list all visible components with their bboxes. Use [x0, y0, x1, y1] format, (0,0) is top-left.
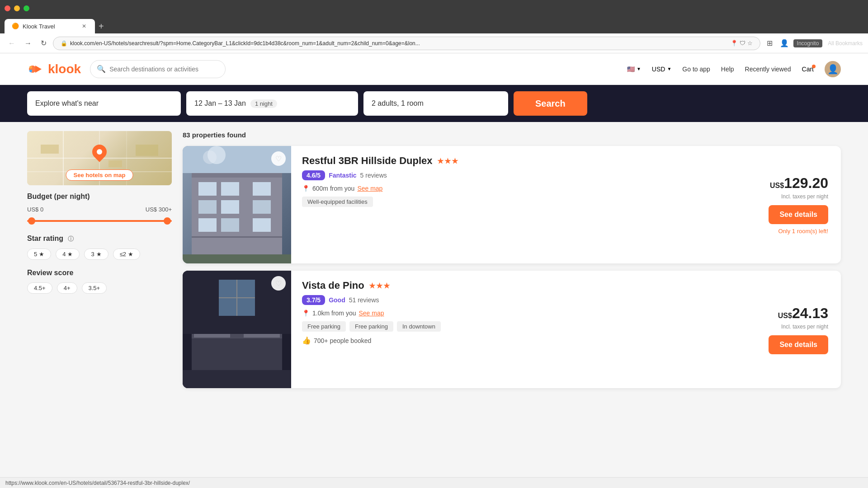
hotel-image-1: ♡ [183, 146, 291, 263]
see-map-link-1[interactable]: See map [357, 185, 382, 192]
star-icon: ★ [452, 157, 458, 165]
location-icon: 📍 [302, 310, 310, 317]
main-content: See hotels on map Budget (per night) US$… [0, 122, 868, 404]
svg-rect-10 [108, 160, 122, 167]
language-selector[interactable]: 🇺🇸 ▼ [627, 66, 641, 73]
svg-rect-15 [198, 182, 217, 196]
hotel-card: ♡ Restful 3BR Hillside Duplex ★ ★ ★ 4.6/… [183, 146, 841, 263]
location-input[interactable]: Explore what's near [27, 91, 181, 116]
see-map-link-2[interactable]: See map [359, 310, 384, 317]
header-search-input[interactable] [109, 66, 219, 73]
location-icon: 📍 [302, 185, 310, 192]
rating-badge-2: 3.7/5 [302, 295, 325, 305]
reload-button[interactable]: ↻ [38, 37, 49, 49]
see-details-button-2[interactable]: See details [769, 335, 828, 354]
star-filter-4[interactable]: 4 ★ [56, 249, 80, 260]
browser-actions: ⊞ 👤 Incognito All Bookmarks [764, 37, 863, 49]
price-2: 24.13 [792, 305, 828, 321]
shield-icon[interactable]: 🛡 [740, 40, 745, 47]
see-hotels-on-map-button[interactable]: See hotels on map [66, 169, 133, 181]
go-to-app-link[interactable]: Go to app [682, 66, 710, 73]
wishlist-button-1[interactable]: ♡ [271, 151, 286, 166]
review-filter-3.5[interactable]: 3.5+ [82, 282, 107, 294]
guests-input[interactable]: 2 adults, 1 room [363, 91, 508, 116]
active-tab[interactable]: 🟠 Klook Travel ✕ [5, 19, 95, 33]
address-bar-icons: 📍 🛡 ☆ [731, 40, 753, 47]
range-thumb-left[interactable] [28, 217, 35, 225]
minimize-button[interactable] [14, 5, 20, 11]
tab-close-button[interactable]: ✕ [80, 23, 88, 30]
svg-point-2 [29, 66, 32, 69]
tab-bar: 🟠 Klook Travel ✕ + [0, 16, 868, 33]
svg-rect-24 [192, 236, 282, 238]
range-track [27, 220, 172, 222]
star-filter-5[interactable]: 5 ★ [27, 249, 51, 260]
svg-rect-18 [198, 200, 217, 214]
hotel-info-2: Vista de Pino ★ ★ ★ 3.7/5 Good 51 review… [291, 271, 750, 388]
heart-icon: ♡ [275, 155, 282, 163]
budget-labels: US$ 0 US$ 300+ [27, 206, 172, 213]
star-3-icon: ★ [96, 251, 102, 258]
back-button[interactable]: ← [5, 38, 18, 49]
help-link[interactable]: Help [721, 66, 734, 73]
maximize-button[interactable] [24, 5, 29, 11]
user-avatar[interactable]: 👤 [825, 61, 841, 77]
review-filter-buttons: 4.5+ 4+ 3.5+ [27, 282, 172, 294]
cart-button[interactable]: Cart [802, 66, 814, 73]
logo-icon [27, 60, 45, 78]
map-preview[interactable]: See hotels on map [27, 131, 172, 185]
new-tab-button[interactable]: + [95, 19, 108, 33]
dates-input[interactable]: 12 Jan – 13 Jan 1 night [186, 91, 358, 116]
see-details-button-1[interactable]: See details [769, 205, 828, 224]
rating-badge-1: 4.6/5 [302, 170, 325, 180]
close-button[interactable] [5, 5, 10, 11]
wishlist-button-2[interactable]: ♡ [271, 276, 286, 291]
budget-filter-title: Budget (per night) [27, 192, 172, 201]
star-icon: ★ [383, 282, 390, 290]
star-filter-3[interactable]: 3 ★ [84, 249, 108, 260]
hotel-name-1: Restful 3BR Hillside Duplex ★ ★ ★ [302, 155, 740, 167]
profile-button[interactable]: 👤 [777, 37, 792, 49]
map-pin [92, 145, 107, 159]
review-filter-4[interactable]: 4+ [57, 282, 77, 294]
tab-title: Klook Travel [23, 23, 55, 30]
cart-notification-dot [812, 65, 816, 68]
location-icon[interactable]: 📍 [731, 40, 738, 47]
rating-label-2: Good [329, 296, 345, 304]
recently-viewed-link[interactable]: Recently viewed [745, 66, 791, 73]
svg-rect-23 [253, 218, 271, 232]
hotel-tag: Free parking [349, 321, 393, 332]
svg-rect-32 [192, 334, 282, 370]
search-button[interactable]: Search [514, 91, 587, 116]
svg-rect-17 [253, 182, 271, 196]
star-icon: ★ [444, 157, 451, 165]
forward-button[interactable]: → [22, 38, 34, 49]
budget-range-slider[interactable] [27, 216, 172, 225]
review-count-1: 5 reviews [360, 172, 387, 179]
header-search-box[interactable]: 🔍 [90, 60, 226, 78]
bookmarks-label: All Bookmarks [828, 40, 863, 47]
star-filter-buttons: 5 ★ 4 ★ 3 ★ ≤2 ★ [27, 249, 172, 260]
location-label: Explore what's near [35, 99, 99, 108]
rating-row-2: 3.7/5 Good 51 reviews [302, 295, 740, 305]
currency-selector[interactable]: USD ▼ [652, 66, 671, 73]
star-filter-le2[interactable]: ≤2 ★ [113, 249, 140, 260]
hotel-image-2: ♡ [183, 271, 291, 388]
range-thumb-right[interactable] [164, 217, 171, 225]
distance-2: 1.0km from you [312, 310, 356, 317]
logo[interactable]: klook [27, 60, 81, 78]
svg-rect-25 [183, 254, 291, 263]
social-label: 700+ people booked [314, 337, 371, 344]
price-container-2: US$24.13 [778, 305, 828, 322]
star-icon[interactable]: ☆ [747, 40, 753, 47]
review-score-title: Review score [27, 269, 172, 277]
search-section: Explore what's near 12 Jan – 13 Jan 1 ni… [0, 85, 868, 122]
review-filter-4.5[interactable]: 4.5+ [27, 282, 52, 294]
address-bar[interactable]: 🔒 klook.com/en-US/hotels/searchresult/?s… [53, 37, 760, 50]
hotel-meta-1: 📍 600m from you See map [302, 185, 740, 192]
star-4-icon: ★ [67, 251, 73, 258]
star-icon: ★ [376, 282, 382, 290]
extensions-button[interactable]: ⊞ [764, 37, 775, 49]
incognito-badge: Incognito [793, 39, 823, 47]
review-count-2: 51 reviews [349, 296, 379, 304]
